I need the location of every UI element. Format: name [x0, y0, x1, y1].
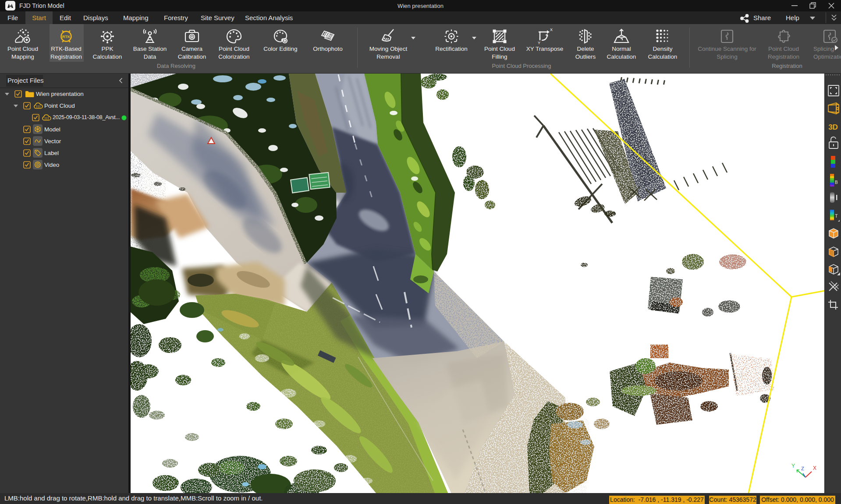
svg-text:B: B — [835, 180, 838, 185]
svg-text:Y: Y — [538, 41, 540, 45]
svg-text:T: T — [835, 213, 838, 219]
svg-text:X: X — [813, 465, 816, 471]
svg-text:RTK: RTK — [62, 35, 71, 39]
svg-text:Y: Y — [791, 463, 795, 469]
svg-text:Z: Z — [801, 466, 804, 471]
svg-text:3D: 3D — [828, 123, 838, 131]
svg-text:X: X — [550, 28, 553, 32]
